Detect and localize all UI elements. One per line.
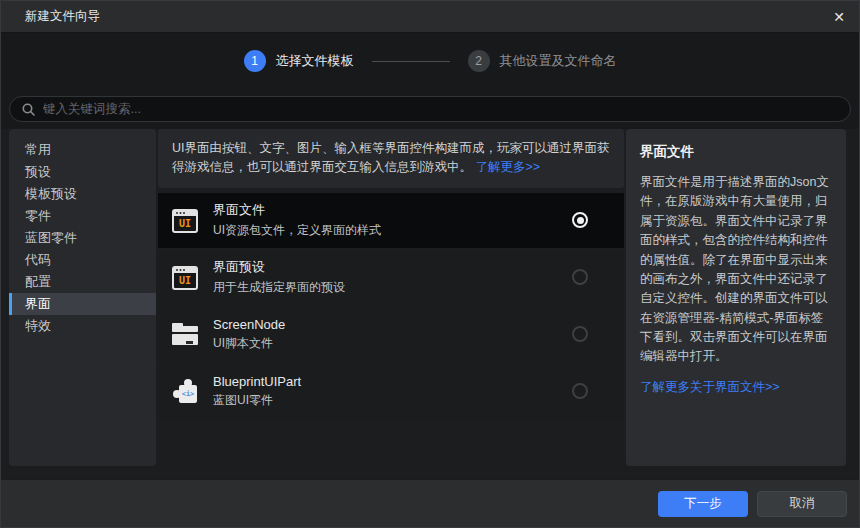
sidebar-item-config[interactable]: 配置 [9,271,156,293]
detail-learn-more-link[interactable]: 了解更多关于界面文件>> [640,379,780,396]
template-title: BlueprintUIPart [213,374,580,389]
content-area: 常用 预设 模板预设 零件 蓝图零件 代码 配置 界面 特效 UI界面由按钮、文… [1,129,859,466]
sidebar-item-preset[interactable]: 预设 [9,161,156,183]
category-intro: UI界面由按钮、文字、图片、输入框等界面控件构建而成，玩家可以通过界面获得游戏信… [158,129,624,188]
sidebar-item-template-preset[interactable]: 模板预设 [9,183,156,205]
close-button[interactable]: ✕ [819,1,859,33]
template-row-ui-preset[interactable]: UI 界面预设 用于生成指定界面的预设 [158,250,624,305]
window-icon-titlebar [174,268,196,273]
search-input[interactable] [43,102,838,116]
template-row-blueprintuipart[interactable]: <i> BlueprintUIPart 蓝图UI零件 [158,364,624,419]
step-2-label: 其他设置及文件命名 [500,52,617,70]
new-file-wizard-dialog: 新建文件向导 ✕ 1 选择文件模板 2 其他设置及文件命名 常用 [0,0,860,528]
folder-script-icon [172,321,198,347]
step-1-circle: 1 [244,50,266,72]
template-title: 界面文件 [213,201,580,219]
window-ui-icon: UI [172,266,198,290]
search-icon [22,103,35,116]
template-subtitle: UI脚本文件 [213,335,580,352]
window-icon-ui-label: UI [174,273,196,288]
template-subtitle: UI资源包文件，定义界面的样式 [213,222,580,239]
template-subtitle: 蓝图UI零件 [213,392,580,409]
sidebar-item-ui[interactable]: 界面 [9,293,156,315]
learn-more-link[interactable]: 了解更多>> [475,160,540,174]
template-title: 界面预设 [213,258,580,276]
window-icon-titlebar [174,211,196,216]
cancel-button[interactable]: 取消 [757,491,847,517]
step-2-circle: 2 [468,50,490,72]
next-step-button[interactable]: 下一步 [658,491,748,517]
detail-title: 界面文件 [640,143,832,161]
template-row-screennode[interactable]: ScreenNode UI脚本文件 [158,307,624,362]
step-1: 1 选择文件模板 [244,50,354,72]
step-1-label: 选择文件模板 [276,52,354,70]
detail-panel: 界面文件 界面文件是用于描述界面的Json文件，在原版游戏中有大量使用，归属于资… [626,129,846,466]
search-strip [1,89,859,129]
window-ui-icon: UI [172,209,198,233]
step-2: 2 其他设置及文件命名 [468,50,617,72]
sidebar-item-part[interactable]: 零件 [9,205,156,227]
template-radio[interactable] [572,269,588,285]
step-connector-line [372,61,450,62]
template-subtitle: 用于生成指定界面的预设 [213,279,580,296]
template-radio[interactable] [572,326,588,342]
category-intro-text: UI界面由按钮、文字、图片、输入框等界面控件构建而成，玩家可以通过界面获得游戏信… [172,141,610,174]
sidebar-item-effect[interactable]: 特效 [9,315,156,337]
template-row-ui-file[interactable]: UI 界面文件 UI资源包文件，定义界面的样式 [158,193,624,248]
sidebar-item-common[interactable]: 常用 [9,139,156,161]
template-text: 界面文件 UI资源包文件，定义界面的样式 [213,201,580,239]
template-title: ScreenNode [213,317,580,332]
footer-bar: 下一步 取消 [1,479,859,527]
dialog-title: 新建文件向导 [25,8,100,25]
sidebar-item-blueprint-part[interactable]: 蓝图零件 [9,227,156,249]
puzzle-code-icon: <i> [172,378,198,404]
window-icon-ui-label: UI [174,216,196,231]
template-radio-selected[interactable] [572,212,588,228]
template-list: UI界面由按钮、文字、图片、输入框等界面控件构建而成，玩家可以通过界面获得游戏信… [158,129,624,466]
template-text: 界面预设 用于生成指定界面的预设 [213,258,580,296]
category-sidebar: 常用 预设 模板预设 零件 蓝图零件 代码 配置 界面 特效 [9,129,156,466]
template-radio[interactable] [572,383,588,399]
footer-gap [1,466,859,479]
search-box[interactable] [9,96,851,122]
step-indicator: 1 选择文件模板 2 其他设置及文件命名 [1,33,859,89]
sidebar-item-code[interactable]: 代码 [9,249,156,271]
template-text: BlueprintUIPart 蓝图UI零件 [213,374,580,409]
detail-description: 界面文件是用于描述界面的Json文件，在原版游戏中有大量使用，归属于资源包。界面… [640,173,832,367]
puzzle-code-glyph: <i> [179,385,197,403]
close-icon: ✕ [833,9,845,25]
template-text: ScreenNode UI脚本文件 [213,317,580,352]
titlebar: 新建文件向导 ✕ [1,1,859,33]
